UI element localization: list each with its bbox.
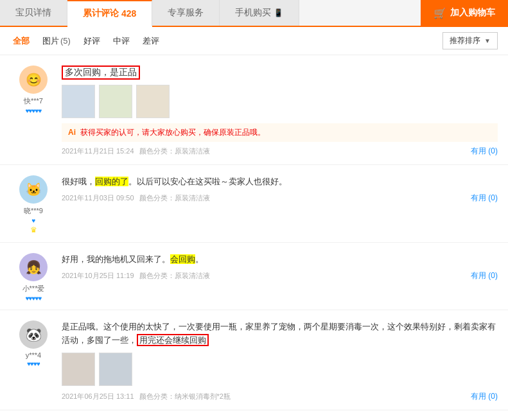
- review-datetime: 2021年11月03日 09:50: [62, 193, 134, 203]
- highlight-text: 回购的了: [95, 177, 128, 186]
- useful-button[interactable]: 有用 (0): [471, 193, 498, 204]
- review-content: 是正品哦。这个使用的太快了，一次要使用一瓶，家里养了宠物，两个星期要消毒一次，这…: [57, 320, 498, 402]
- review-item: 🐼 y***4 ♥♥♥♥ 是正品哦。这个使用的太快了，一次要使用一瓶，家里养了宠…: [0, 310, 508, 410]
- review-images: [62, 85, 498, 118]
- rating-stars: ♥♥♥♥♥: [26, 107, 42, 114]
- filter-bar: 全部 图片(5) 好评 中评 差评 推荐排序 ▼: [0, 27, 508, 55]
- review-item: 👧 小***爱 ♥♥♥♥♥ 好用，我的拖地机又回来了。会回购。 2021年10月…: [0, 243, 508, 310]
- review-item: 🛒 购***5 ♥♥ 添可的原装正品，就是不一样，会一如既往的回购 易耗品用的多…: [0, 410, 508, 420]
- filter-all[interactable]: 全部: [10, 34, 32, 48]
- sort-button[interactable]: 推荐排序 ▼: [442, 32, 498, 49]
- tab-reviews[interactable]: 累计评论 428: [67, 0, 152, 27]
- filter-bad[interactable]: 差评: [140, 34, 162, 48]
- tab-service[interactable]: 专享服务: [152, 0, 220, 26]
- filter-good[interactable]: 好评: [81, 34, 103, 48]
- reviews-list: 😊 快***7 ♥♥♥♥♥ 多次回购，是正品 Ai 获得买家的认可，请大家放心购…: [0, 55, 508, 420]
- useful-button[interactable]: 有用 (0): [471, 146, 498, 157]
- tab-detail[interactable]: 宝贝详情: [0, 0, 67, 26]
- review-datetime: 2021年11月21日 15:24: [62, 146, 134, 156]
- review-category: 颜色分类：原装清洁液: [139, 193, 210, 203]
- rating-stars: ♥♥♥♥♥: [26, 295, 42, 302]
- review-content: 好用，我的拖地机又回来了。会回购。 2021年10月25日 11:19 颜色分类…: [57, 253, 498, 302]
- review-user-info: 🐼 y***4 ♥♥♥♥: [10, 320, 57, 402]
- avatar: 👧: [19, 253, 48, 281]
- review-image[interactable]: [99, 85, 132, 118]
- review-image[interactable]: [62, 85, 95, 118]
- username: 晓***9: [24, 206, 43, 216]
- review-datetime: 2021年06月25日 13:11: [62, 392, 134, 401]
- review-text: 很好哦，回购的了。以后可以安心在这买啦～卖家人也很好。: [62, 175, 498, 189]
- username: 快***7: [24, 96, 43, 106]
- review-image[interactable]: [136, 85, 170, 118]
- review-category: 颜色分类：原装清洁液: [139, 271, 210, 281]
- filter-medium[interactable]: 中评: [110, 34, 132, 48]
- filter-image[interactable]: 图片(5): [40, 34, 73, 48]
- review-meta: 2021年11月03日 09:50 颜色分类：原装清洁液 有用 (0): [62, 193, 498, 204]
- review-user-info: 🐱 晓***9 ♥ ♛: [10, 175, 57, 234]
- highlight-title: 多次回购，是正品: [62, 66, 140, 80]
- seller-label: Ai: [68, 128, 76, 137]
- useful-button[interactable]: 有用 (0): [471, 270, 498, 281]
- review-image[interactable]: [99, 353, 132, 386]
- sort-arrow: ▼: [484, 37, 491, 44]
- seller-response: Ai 获得买家的认可，请大家放心购买，确保原装正品哦。: [62, 123, 498, 142]
- review-user-info: 👧 小***爱 ♥♥♥♥♥: [10, 253, 57, 302]
- review-datetime: 2021年10月25日 11:19: [62, 271, 134, 281]
- username: 小***爱: [22, 284, 45, 293]
- avatar: 🐱: [19, 175, 48, 204]
- review-category: 颜色分类：原装清洁液: [139, 146, 210, 156]
- highlight-text: 会回购: [170, 254, 195, 264]
- rating-stars: ♥♥♥♥: [27, 360, 40, 367]
- review-item: 😊 快***7 ♥♥♥♥♥ 多次回购，是正品 Ai 获得买家的认可，请大家放心购…: [0, 55, 508, 165]
- review-content: 多次回购，是正品 Ai 获得买家的认可，请大家放心购买，确保原装正品哦。 202…: [57, 66, 498, 157]
- review-meta: 2021年11月21日 15:24 颜色分类：原装清洁液 有用 (0): [62, 146, 498, 157]
- review-text: 是正品哦。这个使用的太快了，一次要使用一瓶，家里养了宠物，两个星期要消毒一次，这…: [62, 320, 498, 347]
- review-item: 🐱 晓***9 ♥ ♛ 很好哦，回购的了。以后可以安心在这买啦～卖家人也很好。 …: [0, 165, 508, 243]
- avatar: 😊: [19, 66, 48, 94]
- review-meta: 2021年10月25日 11:19 颜色分类：原装清洁液 有用 (0): [62, 270, 498, 281]
- avatar: 🐼: [19, 320, 48, 349]
- crown-badge: ♛: [30, 225, 37, 234]
- rating-stars: ♥: [32, 217, 35, 224]
- review-content: 很好哦，回购的了。以后可以安心在这买啦～卖家人也很好。 2021年11月03日 …: [57, 175, 498, 234]
- review-images: [62, 353, 498, 386]
- tab-mobile[interactable]: 手机购买 📱: [220, 0, 299, 26]
- review-category: 颜色分类：纳米银消毒剂*2瓶: [139, 392, 231, 401]
- review-meta: 2021年06月25日 13:11 颜色分类：纳米银消毒剂*2瓶 有用 (0): [62, 391, 498, 402]
- add-to-cart-button[interactable]: 🛒 加入购物车: [421, 0, 508, 26]
- highlight-text: 用完还会继续回购: [137, 334, 209, 346]
- username: y***4: [26, 351, 41, 359]
- useful-button[interactable]: 有用 (0): [471, 391, 498, 402]
- review-title: 多次回购，是正品: [62, 66, 498, 80]
- review-user-info: 😊 快***7 ♥♥♥♥♥: [10, 66, 57, 157]
- cart-icon: 🛒: [434, 7, 446, 19]
- review-text: 好用，我的拖地机又回来了。会回购。: [62, 253, 498, 267]
- review-image[interactable]: [62, 353, 95, 386]
